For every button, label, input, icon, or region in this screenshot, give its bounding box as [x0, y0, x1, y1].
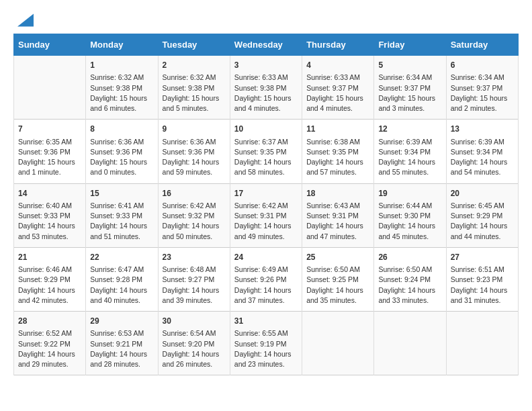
sunrise: Sunrise: 6:33 AM [306, 73, 369, 83]
sunrise: Sunrise: 6:39 AM [451, 137, 514, 147]
day-number: 7 [18, 124, 81, 135]
daylight-hours: Daylight: 14 hours and 40 minutes. [90, 285, 153, 306]
sunset: Sunset: 9:23 PM [451, 275, 514, 285]
calendar-cell: 2Sunrise: 6:32 AMSunset: 9:38 PMDaylight… [158, 56, 230, 120]
calendar-cell: 11Sunrise: 6:38 AMSunset: 9:35 PMDayligh… [302, 120, 374, 183]
day-number: 4 [306, 60, 369, 71]
calendar-header: SundayMondayTuesdayWednesdayThursdayFrid… [14, 34, 519, 56]
day-number: 22 [90, 252, 153, 263]
daylight-hours: Daylight: 14 hours and 35 minutes. [306, 285, 369, 306]
daylight-hours: Daylight: 15 hours and 1 minute. [18, 157, 81, 177]
day-number: 18 [306, 188, 369, 199]
calendar-cell: 4Sunrise: 6:33 AMSunset: 9:37 PMDaylight… [302, 56, 374, 120]
calendar-cell: 14Sunrise: 6:40 AMSunset: 9:33 PMDayligh… [14, 183, 86, 247]
calendar-cell: 24Sunrise: 6:49 AMSunset: 9:26 PMDayligh… [230, 247, 302, 311]
daylight-hours: Daylight: 14 hours and 53 minutes. [18, 221, 81, 241]
sunrise: Sunrise: 6:50 AM [306, 265, 369, 275]
calendar-body: 1Sunrise: 6:32 AMSunset: 9:38 PMDaylight… [14, 56, 519, 375]
sunset: Sunset: 9:29 PM [451, 211, 514, 221]
calendar-cell: 30Sunrise: 6:54 AMSunset: 9:20 PMDayligh… [158, 312, 230, 375]
calendar-cell: 10Sunrise: 6:37 AMSunset: 9:35 PMDayligh… [230, 120, 302, 183]
calendar-cell: 7Sunrise: 6:35 AMSunset: 9:36 PMDaylight… [14, 120, 86, 183]
weekday-header: Wednesday [230, 34, 302, 56]
daylight-hours: Daylight: 14 hours and 37 minutes. [234, 285, 298, 306]
calendar-cell: 22Sunrise: 6:47 AMSunset: 9:28 PMDayligh… [86, 247, 158, 311]
calendar-cell: 5Sunrise: 6:34 AMSunset: 9:37 PMDaylight… [374, 56, 446, 120]
sunset: Sunset: 9:35 PM [306, 147, 369, 157]
sunset: Sunset: 9:31 PM [234, 211, 298, 221]
calendar-cell: 31Sunrise: 6:55 AMSunset: 9:19 PMDayligh… [230, 312, 302, 375]
daylight-hours: Daylight: 14 hours and 26 minutes. [163, 349, 226, 369]
day-number: 3 [234, 60, 298, 71]
sunset: Sunset: 9:20 PM [163, 339, 226, 349]
sunset: Sunset: 9:36 PM [90, 147, 153, 157]
sunset: Sunset: 9:33 PM [18, 211, 81, 221]
day-number: 15 [90, 188, 153, 199]
daylight-hours: Daylight: 14 hours and 31 minutes. [451, 285, 514, 306]
day-number: 19 [378, 188, 441, 199]
day-number: 25 [306, 252, 369, 263]
day-number: 30 [163, 316, 226, 327]
sunset: Sunset: 9:22 PM [18, 339, 81, 349]
daylight-hours: Daylight: 15 hours and 3 minutes. [378, 93, 441, 113]
daylight-hours: Daylight: 15 hours and 6 minutes. [90, 93, 153, 113]
daylight-hours: Daylight: 14 hours and 50 minutes. [163, 221, 226, 241]
calendar-cell: 17Sunrise: 6:42 AMSunset: 9:31 PMDayligh… [230, 183, 302, 247]
day-number: 9 [163, 124, 226, 135]
day-number: 28 [18, 316, 81, 327]
calendar-week-row: 21Sunrise: 6:46 AMSunset: 9:29 PMDayligh… [14, 247, 519, 311]
sunset: Sunset: 9:35 PM [234, 147, 298, 157]
sunrise: Sunrise: 6:36 AM [90, 137, 153, 147]
daylight-hours: Daylight: 15 hours and 2 minutes. [451, 93, 514, 113]
day-number: 21 [18, 252, 81, 263]
sunset: Sunset: 9:21 PM [90, 339, 153, 349]
calendar-cell: 8Sunrise: 6:36 AMSunset: 9:36 PMDaylight… [86, 120, 158, 183]
sunrise: Sunrise: 6:35 AM [18, 137, 81, 147]
sunset: Sunset: 9:29 PM [18, 275, 81, 285]
sunrise: Sunrise: 6:37 AM [234, 137, 298, 147]
daylight-hours: Daylight: 14 hours and 45 minutes. [378, 221, 441, 241]
daylight-hours: Daylight: 14 hours and 23 minutes. [234, 349, 298, 369]
sunrise: Sunrise: 6:40 AM [18, 201, 81, 211]
day-number: 8 [90, 124, 153, 135]
sunset: Sunset: 9:37 PM [451, 83, 514, 93]
daylight-hours: Daylight: 14 hours and 54 minutes. [451, 157, 514, 177]
weekday-row: SundayMondayTuesdayWednesdayThursdayFrid… [14, 34, 519, 56]
logo-icon [17, 13, 34, 27]
daylight-hours: Daylight: 14 hours and 49 minutes. [234, 221, 298, 241]
daylight-hours: Daylight: 15 hours and 4 minutes. [234, 93, 298, 113]
day-number: 5 [378, 60, 441, 71]
sunset: Sunset: 9:37 PM [306, 83, 369, 93]
day-number: 29 [90, 316, 153, 327]
daylight-hours: Daylight: 14 hours and 44 minutes. [451, 221, 514, 241]
daylight-hours: Daylight: 15 hours and 5 minutes. [163, 93, 226, 113]
sunset: Sunset: 9:25 PM [306, 275, 369, 285]
calendar-cell: 20Sunrise: 6:45 AMSunset: 9:29 PMDayligh… [446, 183, 518, 247]
calendar-cell: 21Sunrise: 6:46 AMSunset: 9:29 PMDayligh… [14, 247, 86, 311]
day-number: 27 [451, 252, 514, 263]
day-number: 31 [234, 316, 298, 327]
sunrise: Sunrise: 6:54 AM [163, 328, 226, 338]
day-number: 11 [306, 124, 369, 135]
day-number: 12 [378, 124, 441, 135]
sunset: Sunset: 9:19 PM [234, 339, 298, 349]
daylight-hours: Daylight: 14 hours and 39 minutes. [163, 285, 226, 306]
sunrise: Sunrise: 6:42 AM [163, 201, 226, 211]
day-number: 16 [163, 188, 226, 199]
calendar-cell: 27Sunrise: 6:51 AMSunset: 9:23 PMDayligh… [446, 247, 518, 311]
sunrise: Sunrise: 6:34 AM [451, 73, 514, 83]
sunrise: Sunrise: 6:53 AM [90, 328, 153, 338]
sunrise: Sunrise: 6:43 AM [306, 201, 369, 211]
calendar-cell [446, 312, 518, 375]
sunrise: Sunrise: 6:39 AM [378, 137, 441, 147]
sunrise: Sunrise: 6:55 AM [234, 328, 298, 338]
calendar-week-row: 14Sunrise: 6:40 AMSunset: 9:33 PMDayligh… [14, 183, 519, 247]
sunset: Sunset: 9:37 PM [378, 83, 441, 93]
daylight-hours: Daylight: 14 hours and 59 minutes. [163, 157, 226, 177]
daylight-hours: Daylight: 14 hours and 33 minutes. [378, 285, 441, 306]
sunrise: Sunrise: 6:52 AM [18, 328, 81, 338]
day-number: 14 [18, 188, 81, 199]
sunset: Sunset: 9:34 PM [451, 147, 514, 157]
daylight-hours: Daylight: 14 hours and 28 minutes. [90, 349, 153, 369]
daylight-hours: Daylight: 15 hours and 0 minutes. [90, 157, 153, 177]
